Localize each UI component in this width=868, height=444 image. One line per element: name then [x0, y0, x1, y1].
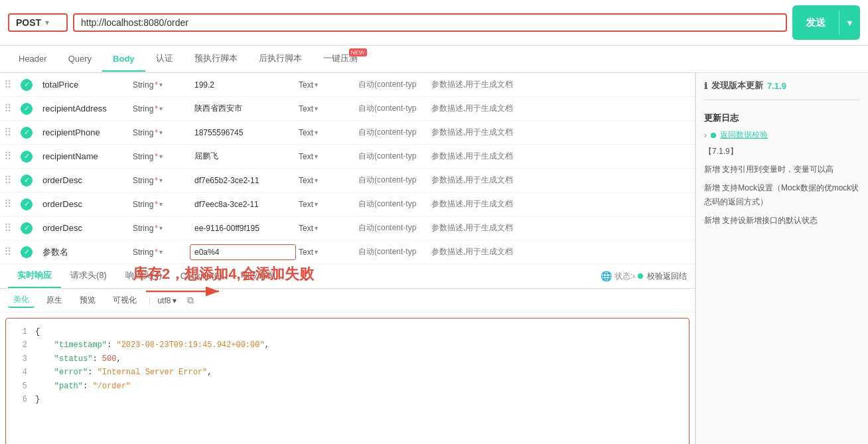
param-value[interactable]: 屈鹏飞: [190, 147, 296, 165]
copy-icon[interactable]: ⧉: [187, 295, 194, 306]
param-content-type: 自动(content-typ: [356, 151, 429, 162]
drag-handle-icon[interactable]: ⠿: [0, 102, 16, 115]
expand-icon[interactable]: ›: [632, 271, 635, 281]
send-chevron-icon[interactable]: ▾: [839, 18, 860, 28]
tab-auth[interactable]: 认证: [145, 46, 184, 72]
tab-stress-test[interactable]: 一键压测 NEW: [313, 46, 368, 72]
param-name: totalPrice: [37, 77, 130, 92]
param-type[interactable]: String * ▾: [130, 200, 190, 209]
param-format[interactable]: Text ▾: [296, 128, 356, 137]
status-indicator: › 校验返回结: [632, 271, 687, 282]
param-format[interactable]: Text ▾: [296, 104, 356, 113]
param-desc: 参数描述,用于生成文档: [429, 79, 695, 90]
update-item-1: 新增 支持引用到变量时，变量可以高: [704, 163, 860, 176]
method-chevron-icon[interactable]: ▾: [45, 18, 49, 27]
tab-pre-script[interactable]: 预执行脚本: [184, 46, 248, 72]
expand-version-icon[interactable]: ›: [704, 131, 707, 140]
param-value[interactable]: 18755596745: [190, 125, 296, 141]
beautify-btn[interactable]: 美化: [8, 293, 35, 308]
drag-handle-icon[interactable]: ⠿: [0, 198, 16, 210]
param-checkbox[interactable]: ✓: [16, 79, 37, 91]
param-checkbox[interactable]: ✓: [16, 103, 37, 115]
param-name: orderDesc: [37, 196, 130, 212]
update-item-3: 新增 支持设新增接口的默认状态: [704, 214, 860, 227]
param-type[interactable]: String * ▾: [130, 176, 190, 185]
status-label: 状态:: [615, 271, 632, 282]
param-content-type: 自动(content-typ: [356, 222, 429, 234]
method-label: POST: [16, 17, 41, 28]
resp-toolbar: 美化 原生 预览 可视化 | utf8 ▾ ⧉: [0, 289, 695, 313]
param-value[interactable]: 陕西省西安市: [190, 100, 296, 117]
drag-handle-icon[interactable]: ⠿: [0, 174, 16, 186]
param-format[interactable]: Text ▾: [296, 224, 356, 233]
drag-handle-icon[interactable]: ⠿: [0, 222, 16, 234]
drag-handle-icon[interactable]: ⠿: [0, 246, 16, 258]
param-desc: 参数描述,用于生成文档: [429, 222, 695, 234]
param-name: recipientAddress: [37, 101, 130, 116]
param-checkbox[interactable]: ✓: [16, 198, 37, 210]
tab-response-example[interactable]: 响应示例: [232, 264, 285, 288]
param-content-type: 自动(content-typ: [356, 103, 429, 114]
param-content-type: 自动(content-typ: [356, 246, 429, 258]
url-input[interactable]: [81, 17, 779, 28]
send-button[interactable]: 发送 ▾: [792, 5, 860, 40]
encoding-select[interactable]: utf8 ▾: [157, 296, 177, 305]
param-checkbox[interactable]: ✓: [16, 175, 37, 186]
param-value[interactable]: e0a%4: [190, 244, 296, 260]
tab-realtime-response[interactable]: 实时响应: [8, 264, 61, 288]
param-type[interactable]: String * ▾: [130, 104, 190, 113]
table-row: ⠿ ✓ totalPrice String * ▾ 199.2 Text ▾ 自…: [0, 73, 695, 97]
method-select[interactable]: POST ▾: [8, 13, 68, 32]
param-value[interactable]: ee-9116-00ff9f195: [190, 220, 296, 236]
version-dot: [711, 133, 716, 138]
version-tag: 【7.1.9】: [704, 146, 860, 157]
table-row: ⠿ ✓ recipientName String * ▾ 屈鹏飞 Text ▾ …: [0, 145, 695, 169]
tab-cookies[interactable]: Cookies(0): [171, 265, 232, 287]
param-type[interactable]: String * ▾: [130, 128, 190, 137]
param-type[interactable]: String * ▾: [130, 248, 190, 257]
param-type[interactable]: String * ▾: [130, 224, 190, 233]
param-format[interactable]: Text ▾: [296, 152, 356, 161]
param-content-type: 自动(content-typ: [356, 127, 429, 138]
param-format[interactable]: Text ▾: [296, 80, 356, 90]
tab-post-script[interactable]: 后执行脚本: [248, 46, 313, 72]
tab-response-headers[interactable]: 响应头(4): [116, 264, 171, 288]
param-type[interactable]: String * ▾: [130, 152, 190, 161]
tab-request-headers[interactable]: 请求头(8): [61, 264, 116, 288]
param-value[interactable]: df7e65b2-3ce2-11: [190, 173, 296, 188]
code-viewer: 1 { 2 "timestamp": "2023-08-23T09:19:45.…: [5, 318, 689, 444]
globe-icon: 🌐: [601, 271, 612, 281]
info-icon: ℹ: [704, 81, 707, 91]
code-line-2: 2 "timestamp": "2023-08-23T09:19:45.942+…: [17, 338, 678, 352]
url-input-wrapper: [73, 13, 787, 32]
param-checkbox[interactable]: ✓: [16, 151, 37, 163]
params-table: ⠿ ✓ totalPrice String * ▾ 199.2 Text ▾ 自…: [0, 73, 695, 264]
param-checkbox[interactable]: ✓: [16, 246, 37, 258]
verify-link[interactable]: 返回数据校验: [720, 129, 768, 141]
param-format[interactable]: Text ▾: [296, 248, 356, 257]
drag-handle-icon[interactable]: ⠿: [0, 78, 16, 91]
tab-body[interactable]: Body: [102, 47, 145, 72]
preview-btn[interactable]: 预览: [74, 293, 101, 307]
status-dot: [638, 273, 643, 279]
param-desc: 参数描述,用于生成文档: [429, 246, 695, 258]
table-row: ⠿ ✓ recipientAddress String * ▾ 陕西省西安市 T…: [0, 97, 695, 121]
param-value[interactable]: df7eec8a-3ce2-11: [190, 196, 296, 212]
tab-header[interactable]: Header: [8, 47, 58, 72]
param-format[interactable]: Text ▾: [296, 200, 356, 209]
table-row: ⠿ ✓ orderDesc String * ▾ df7e65b2-3ce2-1…: [0, 169, 695, 192]
main-area: ⠿ ✓ totalPrice String * ▾ 199.2 Text ▾ 自…: [0, 73, 868, 444]
drag-handle-icon[interactable]: ⠿: [0, 150, 16, 163]
table-row: ⠿ ✓ recipientPhone String * ▾ 1875559674…: [0, 121, 695, 145]
param-checkbox[interactable]: ✓: [16, 222, 37, 234]
param-value[interactable]: 199.2: [190, 77, 296, 93]
tab-bar: Header Query Body 认证 预执行脚本 后执行脚本 一键压测 NE…: [0, 46, 868, 73]
param-format[interactable]: Text ▾: [296, 176, 356, 185]
verify-label: 校验返回结: [647, 271, 687, 282]
param-checkbox[interactable]: ✓: [16, 127, 37, 139]
tab-query[interactable]: Query: [58, 47, 102, 72]
drag-handle-icon[interactable]: ⠿: [0, 126, 16, 139]
param-type[interactable]: String * ▾: [130, 80, 190, 90]
visualize-btn[interactable]: 可视化: [108, 293, 142, 307]
raw-btn[interactable]: 原生: [41, 293, 68, 307]
